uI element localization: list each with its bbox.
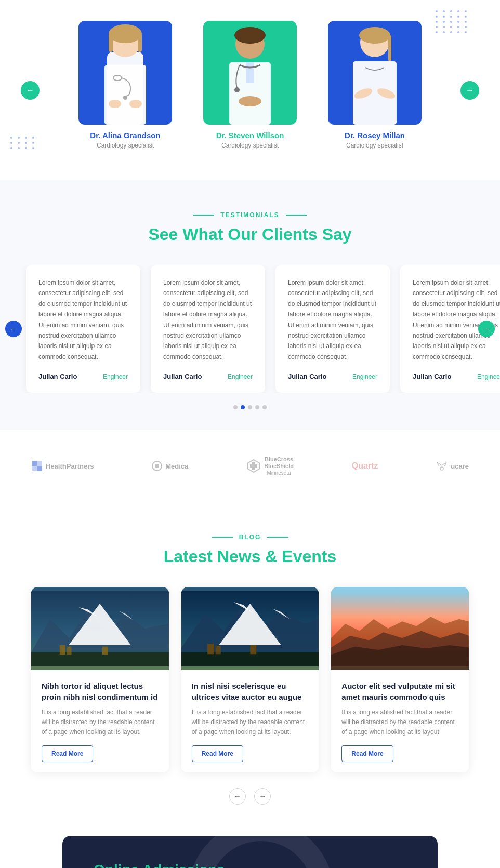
dot-2[interactable] bbox=[248, 405, 252, 409]
label-line-left bbox=[193, 215, 214, 216]
blog-next-button[interactable]: → bbox=[254, 788, 271, 805]
blog-image-2 bbox=[331, 587, 469, 670]
svg-point-15 bbox=[239, 96, 261, 106]
testimonial-role-2: Engineer bbox=[352, 373, 377, 380]
partners-grid: HealthPartners Medica BlueCross BlueShie… bbox=[31, 456, 469, 476]
blog-post-excerpt-0: It is a long established fact that a rea… bbox=[42, 707, 159, 738]
doctor-card-1: Dr. Steven Willson Cardiology specialist bbox=[198, 21, 302, 149]
svg-point-11 bbox=[234, 27, 266, 44]
partner-healthpartners: HealthPartners bbox=[31, 460, 94, 472]
dot-0[interactable] bbox=[233, 405, 238, 409]
testimonials-next-button[interactable]: → bbox=[478, 321, 495, 337]
svg-rect-46 bbox=[250, 645, 256, 653]
partner-quartz: Quartz bbox=[352, 461, 378, 471]
svg-rect-35 bbox=[31, 652, 169, 666]
partner-name-0: HealthPartners bbox=[46, 462, 94, 470]
doctor-image-0 bbox=[78, 21, 172, 125]
partner-name-2: BlueCross BlueShield Minnesota bbox=[264, 456, 294, 476]
svg-rect-43 bbox=[181, 652, 319, 666]
blog-content-1: In nisl nisi scelerisque eu ultrices vit… bbox=[181, 670, 319, 773]
svg-rect-5 bbox=[104, 65, 146, 125]
svg-marker-41 bbox=[233, 602, 253, 613]
dot-3[interactable] bbox=[255, 405, 259, 409]
testimonials-label: TESTIMONIALS bbox=[0, 211, 500, 219]
read-more-button-1[interactable]: Read More bbox=[192, 745, 243, 762]
blog-image-0 bbox=[31, 587, 169, 670]
testimonial-name-2: Julian Carlo bbox=[288, 372, 326, 380]
testimonials-label-text: TESTIMONIALS bbox=[220, 211, 279, 219]
svg-rect-25 bbox=[32, 466, 37, 471]
testimonial-text-0: Lorem ipsum dolor sit amet, consectetur … bbox=[38, 277, 128, 362]
doctor-image-1 bbox=[203, 21, 297, 125]
testimonial-footer-1: Julian Carlo Engineer bbox=[163, 372, 253, 380]
svg-point-14 bbox=[234, 87, 240, 92]
svg-rect-13 bbox=[246, 62, 254, 83]
testimonial-role-3: Engineer bbox=[477, 373, 500, 380]
testimonials-section: TESTIMONIALS See What Our Clients Say ← … bbox=[0, 180, 500, 430]
blog-title: Latest News & Events bbox=[31, 547, 469, 566]
testimonial-card-2: Lorem ipsum dolor sit amet, consectetur … bbox=[275, 265, 390, 393]
doctor-specialty-0: Cardiology specialist bbox=[73, 142, 177, 149]
blog-prev-button[interactable]: ← bbox=[229, 788, 246, 805]
dots-pattern-bottom-left bbox=[10, 137, 36, 149]
blog-card-2: Auctor elit sed vulputate mi sit amet ma… bbox=[331, 587, 469, 773]
doctors-next-button[interactable]: → bbox=[460, 81, 479, 100]
svg-marker-50 bbox=[331, 645, 469, 666]
blog-navigation: ← → bbox=[31, 788, 469, 805]
doctor-specialty-1: Cardiology specialist bbox=[198, 142, 302, 149]
admissions-text: Online Admissions Lorem ipsum dolor sit … bbox=[94, 862, 275, 868]
read-more-button-2[interactable]: Read More bbox=[341, 745, 393, 762]
blog-label: BLOG bbox=[31, 533, 469, 541]
blog-card-1: In nisl nisi scelerisque eu ultrices vit… bbox=[181, 587, 319, 773]
blog-post-title-1: In nisl nisi scelerisque eu ultrices vit… bbox=[192, 680, 309, 702]
svg-point-9 bbox=[129, 100, 142, 108]
blog-grid: Nibh tortor id aliquet lectus proin nibh… bbox=[31, 587, 469, 773]
svg-point-30 bbox=[440, 467, 443, 470]
blog-title-colored: News & Events bbox=[217, 547, 336, 566]
testimonial-text-2: Lorem ipsum dolor sit amet, consectetur … bbox=[288, 277, 377, 362]
testimonial-card-0: Lorem ipsum dolor sit amet, consectetur … bbox=[26, 265, 140, 393]
blog-post-excerpt-2: It is a long established fact that a rea… bbox=[341, 707, 458, 738]
svg-rect-4 bbox=[138, 34, 142, 52]
dot-4[interactable] bbox=[262, 405, 267, 409]
read-more-button-0[interactable]: Read More bbox=[42, 745, 93, 762]
blog-post-title-0: Nibh tortor id aliquet lectus proin nibh… bbox=[42, 680, 159, 702]
partner-bluecross: BlueCross BlueShield Minnesota bbox=[246, 456, 294, 476]
testimonial-card-1: Lorem ipsum dolor sit amet, consectetur … bbox=[151, 265, 265, 393]
dots-pattern-top-right bbox=[436, 10, 469, 33]
blog-content-0: Nibh tortor id aliquet lectus proin nibh… bbox=[31, 670, 169, 773]
doctor-card-2: Dr. Rosey Millan Cardiology specialist bbox=[323, 21, 427, 149]
svg-rect-3 bbox=[109, 34, 113, 52]
svg-rect-37 bbox=[67, 646, 71, 655]
svg-point-8 bbox=[109, 100, 121, 108]
partner-name-3: Quartz bbox=[352, 461, 378, 471]
blog-content-2: Auctor elit sed vulputate mi sit amet ma… bbox=[331, 670, 469, 773]
svg-point-17 bbox=[359, 27, 390, 44]
testimonial-text-3: Lorem ipsum dolor sit amet, consectetur … bbox=[413, 277, 500, 362]
doctor-name-2: Dr. Rosey Millan bbox=[323, 131, 427, 140]
blog-label-line-right bbox=[267, 537, 288, 538]
svg-rect-29 bbox=[250, 464, 257, 468]
doctors-prev-button[interactable]: ← bbox=[21, 81, 40, 100]
carousel-dots bbox=[0, 405, 500, 409]
testimonial-footer-0: Julian Carlo Engineer bbox=[38, 372, 128, 380]
testimonials-title-colored: Clients Say bbox=[262, 225, 352, 244]
svg-rect-45 bbox=[215, 645, 220, 653]
partners-section: HealthPartners Medica BlueCross BlueShie… bbox=[0, 430, 500, 502]
doctors-section: ← bbox=[0, 0, 500, 180]
testimonials-carousel-wrap: ← Lorem ipsum dolor sit amet, consectetu… bbox=[0, 265, 500, 393]
svg-rect-23 bbox=[37, 466, 42, 471]
svg-point-2 bbox=[109, 24, 142, 43]
svg-point-27 bbox=[155, 464, 159, 468]
dot-1[interactable] bbox=[241, 405, 245, 409]
blog-post-excerpt-1: It is a long established fact that a rea… bbox=[192, 707, 309, 738]
blog-image-1 bbox=[181, 587, 319, 670]
admissions-title-plain: Online bbox=[94, 862, 142, 868]
svg-rect-24 bbox=[37, 461, 42, 466]
blog-card-0: Nibh tortor id aliquet lectus proin nibh… bbox=[31, 587, 169, 773]
testimonial-text-1: Lorem ipsum dolor sit amet, consectetur … bbox=[163, 277, 253, 362]
doctor-card-0: Dr. Alina Grandson Cardiology specialist bbox=[73, 21, 177, 149]
svg-point-7 bbox=[123, 96, 127, 100]
admissions-title: Online Admissions bbox=[94, 862, 275, 868]
doctors-grid: Dr. Alina Grandson Cardiology specialist bbox=[31, 21, 469, 149]
